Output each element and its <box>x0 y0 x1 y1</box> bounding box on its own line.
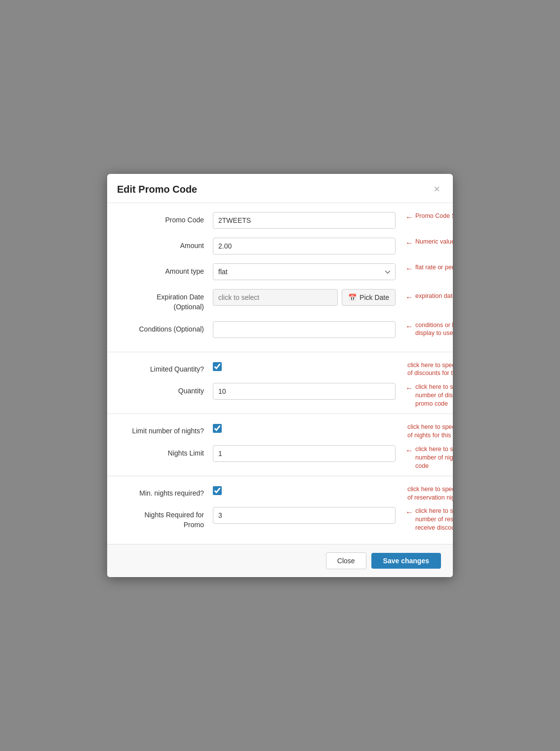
modal-body: Promo Code ← Promo Code Short code Amoun… <box>107 203 453 543</box>
promo-code-label: Promo Code <box>119 212 213 225</box>
conditions-annotation: ← conditions or limitations to display t… <box>405 321 453 338</box>
amount-type-row: Amount type flat percentage ← flat rate … <box>119 263 441 280</box>
limited-quantity-label: Limited Quantity? <box>119 361 213 375</box>
modal-close-button[interactable]: × <box>431 183 443 196</box>
save-changes-button[interactable]: Save changes <box>371 553 441 569</box>
amount-control-wrap: ← Numeric value of discount <box>213 238 441 254</box>
amount-annotation: ← Numeric value of discount <box>405 238 453 249</box>
limit-nights-checkbox[interactable] <box>213 424 222 433</box>
section-min-nights: Min. nights required? click here to spec… <box>107 476 453 544</box>
quantity-label: Quantity <box>119 383 213 396</box>
limit-nights-label: Limit number of nights? <box>119 423 213 436</box>
quantity-input[interactable] <box>213 383 396 400</box>
limited-quantity-annotation: click here to specify a maximum number o… <box>405 361 453 378</box>
amount-type-select[interactable]: flat percentage <box>213 263 396 280</box>
nights-limit-arrow-icon: ← <box>405 445 413 456</box>
close-button[interactable]: Close <box>326 552 366 569</box>
nights-limit-row: Nights Limit ← click here to specify a m… <box>119 445 441 462</box>
nights-required-control-wrap: ← click here to specify a minimum number… <box>213 507 441 524</box>
nights-required-label: Nights Required for Promo <box>119 507 213 530</box>
expiration-date-label: Expiration Date (Optional) <box>119 289 213 312</box>
nights-required-input[interactable] <box>213 507 396 524</box>
min-nights-label: Min. nights required? <box>119 485 213 499</box>
min-nights-control-wrap: click here to specify a minimum number o… <box>213 485 441 495</box>
nights-required-arrow-icon: ← <box>405 507 413 518</box>
amount-type-annotation: ← flat rate or percentage <box>405 263 453 274</box>
min-nights-checkbox[interactable] <box>213 486 222 495</box>
section-limit-nights: Limit number of nights? click here to sp… <box>107 414 453 476</box>
pick-date-button[interactable]: 📅 Pick Date <box>342 289 396 306</box>
modal-title: Edit Promo Code <box>117 184 197 195</box>
expiration-date-row: Expiration Date (Optional) 📅 Pick Date ←… <box>119 289 441 312</box>
section-limited-quantity: Limited Quantity? click here to specify … <box>107 352 453 415</box>
nights-limit-input[interactable] <box>213 445 396 462</box>
expiration-date-arrow-icon: ← <box>405 292 413 303</box>
expiration-date-annotation: ← expiration date <box>405 292 453 303</box>
nights-limit-label: Nights Limit <box>119 445 213 459</box>
section-basic-info: Promo Code ← Promo Code Short code Amoun… <box>107 203 453 352</box>
limit-nights-row: Limit number of nights? click here to sp… <box>119 423 441 436</box>
promo-code-row: Promo Code ← Promo Code Short code <box>119 212 441 229</box>
nights-required-annotation: ← click here to specify a minimum number… <box>405 507 453 532</box>
promo-code-annotation: ← Promo Code Short code <box>405 212 453 223</box>
amount-type-arrow-icon: ← <box>405 263 413 274</box>
quantity-annotation: ← click here to specify a maximum number… <box>405 383 453 408</box>
nights-limit-annotation: ← click here to specify a maximum number… <box>405 445 453 470</box>
quantity-arrow-icon: ← <box>405 383 413 394</box>
limit-nights-control-wrap: click here to specify a maximum number o… <box>213 423 441 433</box>
amount-type-label: Amount type <box>119 263 213 277</box>
conditions-row: Conditions (Optional) ← conditions or li… <box>119 321 441 338</box>
min-nights-annotation: click here to specify a minimum number o… <box>405 485 453 502</box>
promo-code-control-wrap: ← Promo Code Short code <box>213 212 441 229</box>
nights-required-row: Nights Required for Promo ← click here t… <box>119 507 441 530</box>
amount-input[interactable] <box>213 238 396 254</box>
modal-footer: Close Save changes <box>107 544 453 577</box>
min-nights-row: Min. nights required? click here to spec… <box>119 485 441 499</box>
limit-nights-annotation: click here to specify a maximum number o… <box>405 423 453 440</box>
nights-limit-control-wrap: ← click here to specify a maximum number… <box>213 445 441 462</box>
edit-promo-code-modal: Edit Promo Code × Promo Code ← Promo Cod… <box>107 174 453 577</box>
quantity-row: Quantity ← click here to specify a maxim… <box>119 383 441 400</box>
limited-quantity-row: Limited Quantity? click here to specify … <box>119 361 441 375</box>
amount-label: Amount <box>119 238 213 251</box>
promo-code-arrow-icon: ← <box>405 212 413 223</box>
quantity-control-wrap: ← click here to specify a maximum number… <box>213 383 441 400</box>
expiration-date-input[interactable] <box>213 289 338 306</box>
expiration-date-control-wrap: 📅 Pick Date ← expiration date <box>213 289 441 306</box>
amount-arrow-icon: ← <box>405 238 413 249</box>
calendar-icon: 📅 <box>348 293 357 301</box>
amount-type-control-wrap: flat percentage ← flat rate or percentag… <box>213 263 441 280</box>
conditions-label: Conditions (Optional) <box>119 321 213 334</box>
conditions-input[interactable] <box>213 321 396 338</box>
modal-header: Edit Promo Code × <box>107 174 453 203</box>
conditions-arrow-icon: ← <box>405 321 413 332</box>
limited-quantity-checkbox[interactable] <box>213 362 222 371</box>
conditions-control-wrap: ← conditions or limitations to display t… <box>213 321 441 338</box>
limited-quantity-control-wrap: click here to specify a maximum number o… <box>213 361 441 371</box>
amount-row: Amount ← Numeric value of discount <box>119 238 441 254</box>
promo-code-input[interactable] <box>213 212 396 229</box>
